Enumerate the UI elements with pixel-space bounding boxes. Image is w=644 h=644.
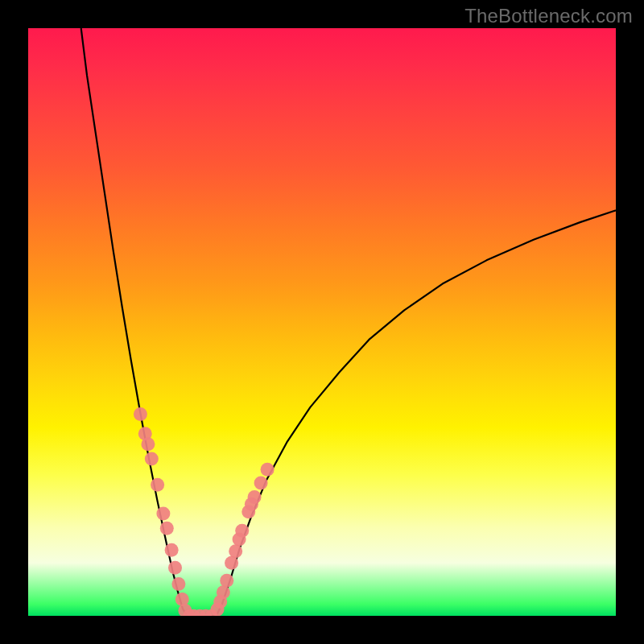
data-marker xyxy=(168,561,182,575)
data-marker xyxy=(156,506,170,520)
chart-svg xyxy=(28,28,616,616)
data-marker xyxy=(220,574,233,588)
curve-markers xyxy=(134,407,275,616)
chart-frame: TheBottleneck.com xyxy=(0,0,644,644)
watermark-text: TheBottleneck.com xyxy=(464,5,633,27)
data-marker xyxy=(145,452,159,466)
data-marker xyxy=(165,543,179,557)
data-marker xyxy=(248,490,262,504)
plot-area xyxy=(28,28,616,616)
data-marker xyxy=(235,524,249,538)
data-marker xyxy=(254,477,268,490)
data-marker xyxy=(134,407,147,421)
data-marker xyxy=(229,544,242,558)
data-marker xyxy=(225,556,238,570)
data-marker xyxy=(171,577,185,591)
data-marker xyxy=(141,437,155,451)
data-marker xyxy=(261,463,275,477)
data-marker xyxy=(217,585,230,599)
data-marker xyxy=(160,522,174,535)
data-marker xyxy=(151,478,164,492)
